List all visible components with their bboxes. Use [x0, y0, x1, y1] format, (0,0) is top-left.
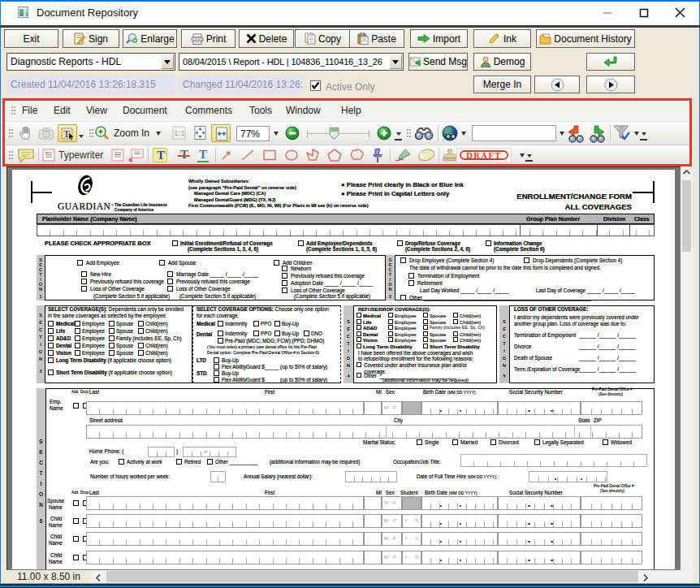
- svg-text:1:1: 1:1: [175, 129, 185, 137]
